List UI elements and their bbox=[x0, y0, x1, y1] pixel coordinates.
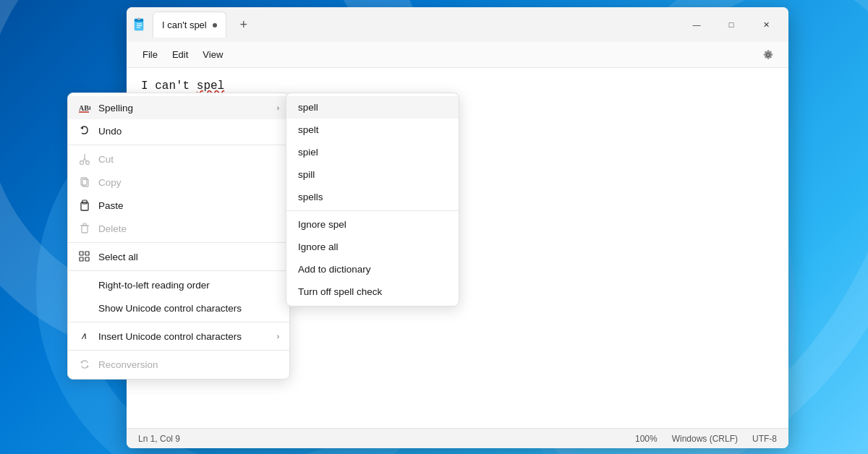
status-right: 100% Windows (CRLF) UTF-8 bbox=[635, 434, 777, 444]
ctx-rtl[interactable]: Right-to-left reading order bbox=[68, 273, 289, 296]
svg-rect-18 bbox=[82, 200, 87, 202]
ctx-copy-label: Copy bbox=[98, 177, 122, 188]
svg-rect-25 bbox=[85, 257, 89, 261]
ctx-sep-4 bbox=[68, 322, 289, 322]
context-menu: ABC Spelling › Undo Cut bbox=[67, 93, 290, 380]
active-tab[interactable]: I can't spel bbox=[153, 12, 226, 38]
ctx-sep-1 bbox=[68, 145, 289, 145]
menu-file[interactable]: File bbox=[135, 46, 165, 63]
spelling-submenu: spell spelt spiel spill spells Ignore sp… bbox=[286, 93, 459, 307]
selectall-icon bbox=[78, 250, 91, 263]
maximize-button[interactable]: □ bbox=[715, 13, 748, 36]
svg-text:∧: ∧ bbox=[80, 330, 88, 341]
line-ending: Windows (CRLF) bbox=[672, 434, 738, 444]
menu-view[interactable]: View bbox=[195, 46, 230, 63]
ctx-spelling-label: Spelling bbox=[98, 103, 133, 113]
ctx-paste-label: Paste bbox=[98, 200, 124, 211]
ctx-unicode[interactable]: Show Unicode control characters bbox=[68, 296, 289, 320]
undo-icon bbox=[78, 124, 91, 137]
window-controls: — □ ✕ bbox=[680, 13, 783, 36]
notepad-icon bbox=[132, 17, 147, 32]
svg-line-12 bbox=[85, 158, 86, 161]
ctx-cut: Cut bbox=[68, 147, 289, 171]
svg-rect-24 bbox=[80, 257, 83, 261]
ctx-copy: Copy bbox=[68, 171, 289, 194]
settings-icon bbox=[762, 49, 774, 61]
cursor-position: Ln 1, Col 9 bbox=[138, 434, 180, 444]
ctx-reconversion-label: Reconversion bbox=[98, 359, 158, 370]
ctx-paste[interactable]: Paste bbox=[68, 194, 289, 217]
ctx-insertunicode-label: Insert Unicode control characters bbox=[98, 331, 242, 342]
ctx-rtl-label: Right-to-left reading order bbox=[98, 280, 210, 291]
ctx-sep-5 bbox=[68, 350, 289, 351]
close-button[interactable]: ✕ bbox=[749, 13, 783, 36]
svg-rect-21 bbox=[83, 223, 86, 226]
ctx-reconversion: Reconversion bbox=[68, 353, 289, 376]
ctx-delete-label: Delete bbox=[98, 223, 127, 234]
menu-bar: File Edit View bbox=[127, 42, 788, 68]
ctx-sep-2 bbox=[68, 242, 289, 243]
ctx-selectall-label: Select all bbox=[98, 252, 138, 262]
ctx-sep-3 bbox=[68, 270, 289, 271]
ctx-insertunicode[interactable]: ∧ Insert Unicode control characters › bbox=[68, 325, 289, 348]
spell-suggestion-4[interactable]: spells bbox=[286, 186, 459, 208]
tab-unsaved-indicator bbox=[213, 23, 217, 27]
spell-suggestion-0[interactable]: spell bbox=[286, 96, 459, 119]
tab-label: I can't spel bbox=[162, 20, 207, 30]
zoom-level: 100% bbox=[635, 434, 658, 444]
spell-sep-1 bbox=[286, 210, 459, 211]
app-icon bbox=[132, 17, 147, 32]
svg-text:ABC: ABC bbox=[79, 104, 90, 112]
svg-rect-22 bbox=[80, 252, 83, 255]
spelling-chevron: › bbox=[277, 104, 279, 112]
rtl-icon bbox=[78, 278, 91, 291]
spell-action-3[interactable]: Turn off spell check bbox=[286, 280, 459, 303]
ctx-selectall[interactable]: Select all bbox=[68, 245, 289, 268]
copy-icon bbox=[78, 176, 91, 189]
spell-action-2[interactable]: Add to dictionary bbox=[286, 258, 459, 280]
unicode-icon bbox=[78, 301, 91, 314]
menu-edit[interactable]: Edit bbox=[165, 46, 195, 63]
svg-marker-28 bbox=[87, 365, 89, 368]
new-tab-button[interactable]: + bbox=[232, 13, 255, 36]
svg-rect-5 bbox=[137, 18, 140, 20]
ctx-spelling[interactable]: ABC Spelling › bbox=[68, 96, 289, 119]
insertunicode-icon: ∧ bbox=[78, 330, 91, 343]
ctx-unicode-label: Show Unicode control characters bbox=[98, 303, 242, 314]
delete-icon bbox=[78, 222, 91, 235]
title-bar-left: I can't spel + bbox=[132, 12, 680, 38]
spelling-icon: ABC bbox=[78, 101, 91, 114]
svg-point-10 bbox=[86, 161, 90, 165]
spell-action-1[interactable]: Ignore all bbox=[286, 236, 459, 258]
ctx-undo[interactable]: Undo bbox=[68, 119, 289, 142]
reconversion-icon bbox=[78, 358, 91, 371]
editor-text-normal: I can't bbox=[141, 80, 197, 93]
insertunicode-chevron: › bbox=[277, 333, 279, 340]
svg-point-9 bbox=[80, 161, 84, 165]
editor-text-underlined: spel bbox=[197, 80, 224, 93]
svg-rect-19 bbox=[82, 226, 88, 233]
settings-button[interactable] bbox=[757, 43, 780, 67]
svg-rect-23 bbox=[85, 252, 89, 255]
spell-suggestion-3[interactable]: spill bbox=[286, 163, 459, 186]
minimize-button[interactable]: — bbox=[680, 13, 713, 36]
ctx-cut-label: Cut bbox=[98, 154, 114, 165]
status-bar: Ln 1, Col 9 100% Windows (CRLF) UTF-8 bbox=[127, 428, 788, 448]
ctx-delete: Delete bbox=[68, 217, 289, 240]
spell-suggestion-2[interactable]: spiel bbox=[286, 141, 459, 163]
ctx-undo-label: Undo bbox=[98, 126, 122, 137]
encoding: UTF-8 bbox=[752, 434, 777, 444]
editor-content: I can't spel bbox=[141, 80, 224, 93]
svg-marker-27 bbox=[80, 361, 82, 364]
spell-action-0[interactable]: Ignore spel bbox=[286, 213, 459, 236]
spell-suggestion-1[interactable]: spelt bbox=[286, 119, 459, 141]
title-bar: I can't spel + — □ ✕ bbox=[127, 7, 788, 42]
cut-icon bbox=[78, 153, 91, 166]
paste-icon bbox=[78, 199, 91, 212]
